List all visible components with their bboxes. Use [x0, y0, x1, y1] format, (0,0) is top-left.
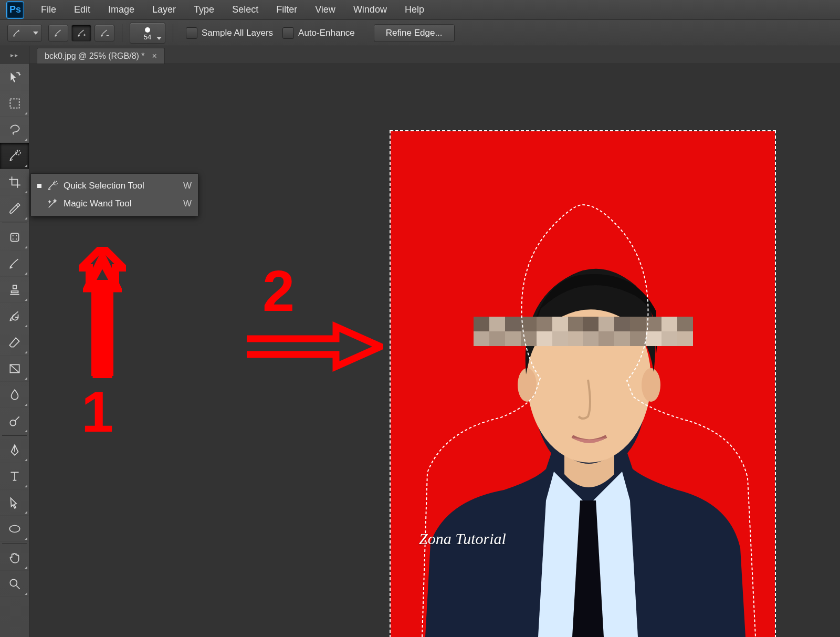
flyout-item-shortcut: W: [183, 181, 192, 191]
svg-rect-2: [10, 233, 18, 241]
brush-size-picker[interactable]: 54: [130, 23, 165, 44]
selected-dot-icon: [37, 184, 41, 188]
svg-rect-0: [10, 99, 19, 108]
svg-point-4: [16, 235, 17, 236]
menu-file[interactable]: File: [34, 2, 64, 17]
svg-point-8: [10, 420, 16, 425]
flyout-item-shortcut: W: [183, 199, 192, 209]
tool-type[interactable]: [0, 463, 29, 489]
close-icon[interactable]: ×: [152, 51, 157, 61]
sample-all-layers-label: Sample All Layers: [202, 28, 273, 38]
app-logo: Ps: [6, 1, 24, 19]
tool-stamp[interactable]: [0, 277, 29, 303]
wand-icon: [47, 198, 58, 210]
menu-bar: Ps File Edit Image Layer Type Select Fil…: [0, 0, 840, 20]
auto-enhance-option[interactable]: Auto-Enhance: [282, 27, 355, 39]
menu-window[interactable]: Window: [346, 2, 394, 17]
svg-point-5: [12, 238, 13, 239]
menu-edit[interactable]: Edit: [67, 2, 98, 17]
brush-icon: [52, 28, 64, 38]
flyout-quick-selection[interactable]: Quick Selection Tool W: [31, 177, 198, 195]
tool-gradient[interactable]: [0, 356, 29, 382]
divider: [122, 24, 122, 42]
menu-image[interactable]: Image: [101, 2, 142, 17]
selection-mode-group: [48, 25, 114, 41]
tool-heal[interactable]: [0, 224, 29, 250]
toolbox-separator: [2, 543, 27, 544]
svg-point-6: [16, 238, 17, 239]
annotation-number-1: 1: [81, 378, 113, 445]
auto-enhance-label: Auto-Enhance: [298, 28, 355, 38]
annotation-arrow-2: [247, 320, 383, 373]
tool-path-selection[interactable]: [0, 489, 29, 516]
tool-pen[interactable]: [0, 437, 29, 463]
tool-preset-picker[interactable]: [7, 25, 42, 41]
brush-icon: [11, 28, 23, 38]
tool-lasso[interactable]: [0, 117, 29, 143]
svg-point-3: [12, 235, 13, 236]
tool-move[interactable]: [0, 64, 29, 90]
refine-edge-button[interactable]: Refine Edge...: [374, 24, 455, 42]
tool-history-brush[interactable]: [0, 303, 29, 329]
svg-point-10: [10, 579, 17, 586]
add-selection-button[interactable]: [71, 25, 91, 41]
divider: [173, 24, 173, 42]
chevron-down-icon: [33, 32, 38, 35]
tool-quick-selection[interactable]: [0, 143, 29, 169]
brush-size-value: 54: [144, 34, 151, 40]
sample-all-layers-option[interactable]: Sample All Layers: [186, 27, 273, 39]
toolbox-separator: [2, 435, 27, 436]
tool-shape[interactable]: [0, 516, 29, 542]
subtract-selection-button[interactable]: [94, 25, 114, 41]
document-tab[interactable]: bck0.jpg @ 25% (RGB/8) * ×: [37, 48, 165, 64]
annotation-arrow-1b: [83, 247, 122, 378]
tool-eraser[interactable]: [0, 329, 29, 356]
flyout-item-label: Magic Wand Tool: [64, 199, 131, 209]
chevron-down-icon: [156, 37, 162, 40]
flyout-item-label: Quick Selection Tool: [64, 181, 144, 191]
brush-minus-icon: [99, 28, 110, 38]
toolbox: [0, 64, 29, 637]
document-canvas[interactable]: Zona Tutorial: [391, 131, 775, 637]
menu-filter[interactable]: Filter: [269, 2, 304, 17]
checkbox-icon: [186, 27, 197, 39]
toolbox-separator: [2, 223, 27, 223]
new-selection-button[interactable]: [48, 25, 68, 41]
document-tab-bar: bck0.jpg @ 25% (RGB/8) * ×: [0, 46, 840, 64]
menu-help[interactable]: Help: [397, 2, 432, 17]
flyout-magic-wand[interactable]: Magic Wand Tool W: [31, 195, 198, 213]
tool-zoom[interactable]: [0, 571, 29, 597]
brush-icon: [47, 180, 58, 192]
brush-dot-icon: [145, 27, 150, 33]
tool-hand[interactable]: [0, 545, 29, 571]
document-tab-title: bck0.jpg @ 25% (RGB/8) *: [45, 51, 145, 61]
annotation-number-2: 2: [262, 257, 295, 324]
brush-plus-icon: [76, 28, 87, 38]
options-bar: 54 Sample All Layers Auto-Enhance Refine…: [0, 20, 840, 46]
toolbox-expand-handle[interactable]: ▸▸: [0, 46, 29, 64]
checkbox-icon: [282, 27, 294, 39]
menu-layer[interactable]: Layer: [145, 2, 183, 17]
tool-crop[interactable]: [0, 169, 29, 195]
svg-point-9: [9, 525, 20, 532]
tool-eyedropper[interactable]: [0, 195, 29, 222]
tool-marquee[interactable]: [0, 90, 29, 117]
tool-brush[interactable]: [0, 250, 29, 277]
tool-blur[interactable]: [0, 382, 29, 408]
tool-dodge[interactable]: [0, 408, 29, 434]
tool-flyout-menu: Quick Selection Tool W Magic Wand Tool W: [30, 173, 198, 216]
menu-type[interactable]: Type: [186, 2, 222, 17]
menu-select[interactable]: Select: [225, 2, 266, 17]
selection-outline: [391, 131, 775, 637]
watermark-text: Zona Tutorial: [419, 530, 506, 548]
menu-view[interactable]: View: [308, 2, 343, 17]
